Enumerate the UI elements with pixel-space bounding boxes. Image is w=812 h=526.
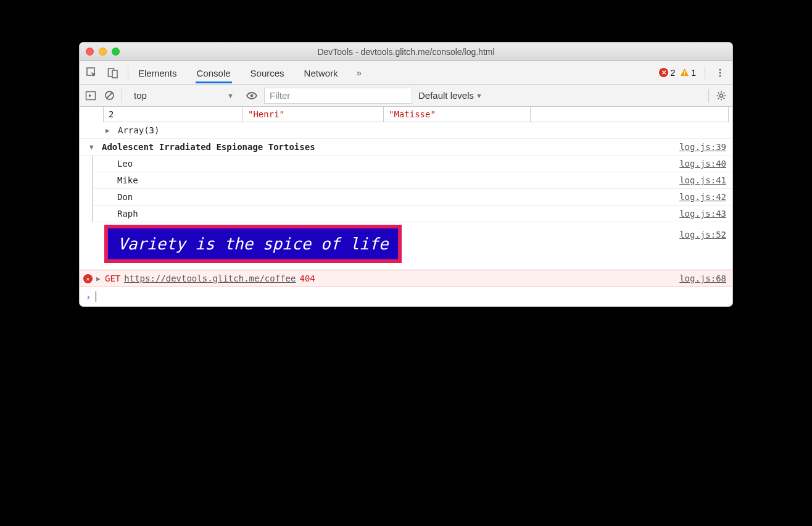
console-toolbar: top ▼ Filter Default levels ▼	[80, 85, 732, 107]
svg-point-12	[719, 94, 723, 97]
console-group-header[interactable]: ▼ Adolescent Irradiated Espionage Tortoi…	[80, 139, 732, 156]
svg-rect-3	[684, 71, 686, 73]
clear-console-icon[interactable]	[103, 90, 115, 102]
table-cell-index: 2	[104, 107, 243, 122]
tab-console[interactable]: Console	[196, 62, 232, 83]
window-title: DevTools - devtools.glitch.me/console/lo…	[80, 47, 732, 57]
expand-arrow-icon[interactable]: ▶	[96, 275, 105, 283]
source-link[interactable]: log.js:39	[679, 142, 726, 152]
levels-label: Default levels	[418, 90, 474, 101]
svg-line-10	[107, 93, 112, 98]
tab-elements[interactable]: Elements	[137, 62, 178, 83]
warning-count[interactable]: 1	[680, 68, 696, 78]
array-summary-text: Array(3)	[118, 125, 159, 135]
svg-point-5	[719, 69, 721, 70]
svg-line-17	[718, 92, 719, 93]
group-title: Adolescent Irradiated Espionage Tortoise…	[102, 142, 315, 152]
log-entry: Leo log.js:40	[93, 156, 732, 172]
context-value: top	[134, 90, 147, 101]
kebab-menu-icon[interactable]	[714, 67, 726, 79]
issue-counters[interactable]: ✕ 2 1	[659, 68, 696, 78]
http-method: GET	[105, 273, 120, 283]
table-cell-last: "Matisse"	[384, 107, 531, 122]
error-count[interactable]: ✕ 2	[659, 68, 675, 78]
table-row: 2 "Henri" "Matisse"	[103, 107, 729, 122]
prompt-chevron-icon: ›	[86, 292, 91, 302]
styled-log-row: Variety is the spice of life log.js:52	[80, 222, 732, 270]
array-summary-row[interactable]: ▶ Array(3)	[80, 122, 732, 139]
svg-point-11	[251, 94, 254, 97]
error-count-value: 2	[670, 68, 675, 78]
log-text: Don	[117, 192, 133, 202]
console-output: 2 "Henri" "Matisse" ▶ Array(3) ▼ Adolesc…	[80, 107, 732, 306]
separator	[128, 66, 128, 80]
toggle-sidebar-icon[interactable]	[85, 90, 97, 102]
collapse-arrow-icon[interactable]: ▼	[89, 143, 98, 151]
separator	[708, 89, 709, 102]
tab-sources[interactable]: Sources	[249, 62, 286, 83]
table-cell-empty	[531, 107, 728, 122]
console-settings-icon[interactable]	[715, 90, 727, 102]
svg-line-20	[724, 92, 725, 93]
source-link[interactable]: log.js:52	[679, 225, 726, 263]
log-entry: Raph log.js:43	[93, 206, 732, 222]
warning-count-value: 1	[691, 68, 696, 78]
error-icon: ✕	[83, 274, 93, 283]
error-icon: ✕	[659, 68, 668, 77]
error-url[interactable]: https://devtools.glitch.me/coffee	[124, 273, 296, 283]
table-cell-first: "Henri"	[243, 107, 384, 122]
devtools-tabbar: Elements Console Sources Network » ✕ 2 1	[80, 61, 732, 85]
window-titlebar: DevTools - devtools.glitch.me/console/lo…	[80, 43, 732, 61]
log-text: Leo	[117, 159, 133, 169]
console-prompt[interactable]: ›	[80, 287, 732, 306]
tabs-overflow[interactable]: »	[357, 67, 362, 78]
source-link[interactable]: log.js:42	[679, 192, 726, 202]
svg-line-19	[718, 98, 719, 99]
log-entry: Mike log.js:41	[93, 172, 732, 189]
network-error-row[interactable]: ✕ ▶ GET https://devtools.glitch.me/coffe…	[80, 270, 732, 287]
warning-icon	[680, 68, 689, 77]
svg-point-6	[719, 72, 721, 73]
svg-rect-2	[112, 70, 117, 78]
chevron-down-icon: ▼	[227, 92, 234, 99]
inspect-element-icon[interactable]	[86, 67, 98, 79]
live-expression-icon[interactable]	[246, 90, 258, 102]
log-levels-selector[interactable]: Default levels ▼	[418, 90, 483, 101]
device-toolbar-icon[interactable]	[107, 67, 119, 79]
styled-log-text: Variety is the spice of life	[104, 225, 402, 263]
context-selector[interactable]: top ▼	[128, 88, 239, 104]
log-entry: Don log.js:42	[93, 189, 732, 206]
tab-network[interactable]: Network	[303, 62, 339, 83]
separator	[122, 89, 122, 102]
log-text: Mike	[117, 175, 138, 185]
svg-line-18	[724, 98, 725, 99]
expand-arrow-icon[interactable]: ▶	[106, 127, 114, 135]
source-link[interactable]: log.js:68	[679, 273, 726, 283]
filter-placeholder: Filter	[270, 90, 290, 101]
svg-rect-4	[684, 74, 686, 75]
text-cursor	[96, 291, 96, 302]
http-status: 404	[299, 273, 315, 283]
svg-point-7	[719, 75, 721, 77]
source-link[interactable]: log.js:40	[679, 159, 726, 169]
filter-input[interactable]: Filter	[264, 88, 412, 104]
chevron-down-icon: ▼	[476, 92, 483, 99]
source-link[interactable]: log.js:41	[679, 175, 726, 185]
separator	[705, 66, 705, 80]
log-text: Raph	[117, 209, 138, 219]
console-group-body: Leo log.js:40 Mike log.js:41 Don log.js:…	[92, 156, 732, 222]
devtools-window: DevTools - devtools.glitch.me/console/lo…	[79, 42, 733, 307]
source-link[interactable]: log.js:43	[679, 209, 726, 219]
panel-tabs: Elements Console Sources Network »	[137, 62, 650, 83]
